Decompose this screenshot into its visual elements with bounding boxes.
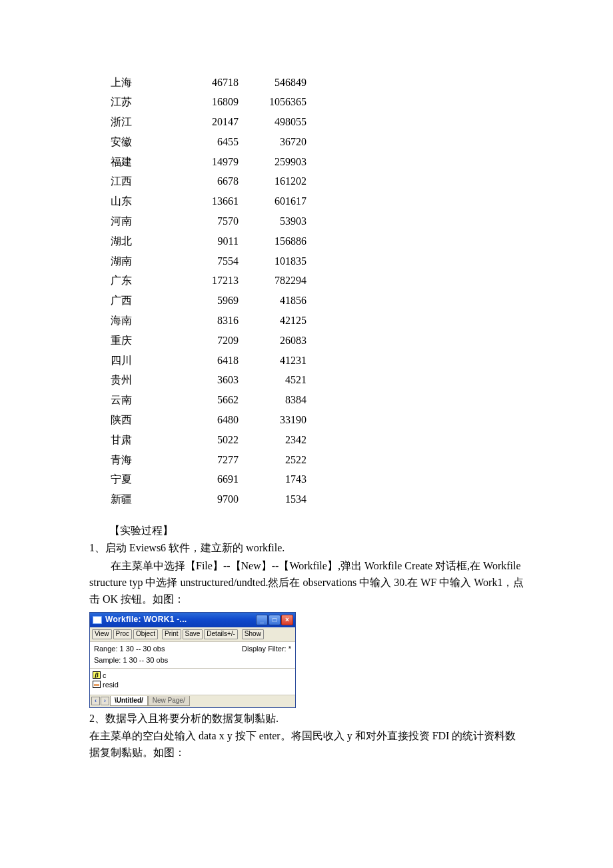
table-row: 贵州36034521 [111, 371, 306, 390]
value1-cell: 5662 [185, 391, 239, 410]
value2-cell: 156886 [240, 232, 306, 251]
value1-cell: 14979 [185, 153, 239, 171]
step-1-line-2: 在主菜单中选择【File】--【New】--【Workfile】,弹出 Work… [89, 558, 526, 607]
table-row: 甘肃50222342 [111, 431, 306, 449]
value2-cell: 1056365 [240, 93, 306, 112]
region-cell: 江苏 [111, 93, 184, 112]
maximize-button[interactable]: □ [269, 615, 281, 625]
value2-cell: 41856 [240, 292, 306, 311]
series-icon [93, 681, 101, 688]
region-cell: 贵州 [111, 371, 184, 390]
value2-cell: 53903 [240, 213, 306, 231]
toolbar-view[interactable]: View [92, 629, 112, 639]
table-row: 上海46718546849 [111, 73, 306, 92]
region-cell: 甘肃 [111, 431, 184, 449]
display-filter: Display Filter: * [242, 643, 291, 666]
value2-cell: 782294 [240, 272, 306, 291]
value2-cell: 42125 [240, 312, 306, 331]
tab-new-page[interactable]: New Page / [148, 696, 190, 706]
region-cell: 湖南 [111, 252, 184, 271]
table-row: 河南757053903 [111, 213, 306, 231]
region-cell: 山东 [111, 193, 184, 211]
value2-cell: 1534 [240, 491, 306, 509]
table-row: 四川641841231 [111, 351, 306, 370]
value1-cell: 7209 [185, 331, 239, 350]
region-cell: 宁夏 [111, 471, 184, 489]
workfile-icon [93, 616, 102, 624]
workfile-info: Range: 1 30 -- 30 obs Sample: 1 30 -- 30… [90, 642, 295, 669]
close-button[interactable]: × [281, 615, 293, 625]
table-row: 新疆97001534 [111, 491, 306, 509]
table-row: 宁夏66911743 [111, 471, 306, 489]
region-cell: 新疆 [111, 491, 184, 509]
step-2-line-1: 2、数据导入且将要分析的数据复制黏贴. [89, 711, 526, 727]
table-row: 湖南7554101835 [111, 252, 306, 271]
value1-cell: 9700 [185, 491, 239, 509]
value2-cell: 161202 [240, 173, 306, 191]
table-row: 安徽645536720 [111, 133, 306, 151]
value2-cell: 2342 [240, 431, 306, 449]
value1-cell: 20147 [185, 113, 239, 132]
table-row: 云南56628384 [111, 391, 306, 410]
step-1-line-1: 1、启动 Eviews6 软件，建立新的 workfile. [89, 540, 526, 557]
object-c-label: c [103, 671, 107, 680]
table-row: 青海72772522 [111, 451, 306, 469]
step-2-line-2: 在主菜单的空白处输入 data x y 按下 enter。将国民收入 y 和对外… [89, 728, 526, 761]
value1-cell: 16809 [185, 93, 239, 112]
table-row: 海南831642125 [111, 312, 306, 331]
tab-nav-right[interactable]: › [101, 697, 109, 705]
value1-cell: 6691 [185, 471, 239, 489]
value1-cell: 6418 [185, 351, 239, 370]
experiment-process-heading: 【实验过程】 [109, 523, 526, 539]
tab-untitled[interactable]: \ Untitled / [110, 696, 148, 706]
value2-cell: 36720 [240, 133, 306, 151]
region-cell: 陕西 [111, 411, 184, 430]
toolbar-show[interactable]: Show [242, 629, 264, 639]
value1-cell: 7277 [185, 451, 239, 469]
workfile-window: Workfile: WORK1 -... _ □ × View Proc Obj… [89, 612, 296, 708]
value1-cell: 6480 [185, 411, 239, 430]
toolbar-save[interactable]: Save [183, 629, 203, 639]
value1-cell: 7570 [185, 213, 239, 231]
toolbar-object[interactable]: Object [133, 629, 158, 639]
minimize-button[interactable]: _ [256, 615, 268, 625]
region-cell: 海南 [111, 312, 184, 331]
value1-cell: 7554 [185, 252, 239, 271]
region-cell: 福建 [111, 153, 184, 171]
tab-nav-left[interactable]: ‹ [91, 697, 100, 705]
table-row: 陕西648033190 [111, 411, 306, 430]
value2-cell: 41231 [240, 351, 306, 370]
value2-cell: 26083 [240, 331, 306, 350]
value1-cell: 5969 [185, 292, 239, 311]
region-cell: 河南 [111, 213, 184, 231]
toolbar: View Proc Object Print Save Details+/- S… [90, 627, 295, 642]
value2-cell: 8384 [240, 391, 306, 410]
region-cell: 四川 [111, 351, 184, 370]
table-row: 浙江20147498055 [111, 113, 306, 132]
table-row: 广西596941856 [111, 292, 306, 311]
table-row: 湖北9011156886 [111, 232, 306, 251]
region-cell: 云南 [111, 391, 184, 410]
region-cell: 重庆 [111, 331, 184, 350]
value2-cell: 546849 [240, 73, 306, 92]
value2-cell: 33190 [240, 411, 306, 430]
value2-cell: 498055 [240, 113, 306, 132]
region-cell: 安徽 [111, 133, 184, 151]
object-resid[interactable]: resid [93, 680, 293, 689]
value2-cell: 259903 [240, 153, 306, 171]
value1-cell: 46718 [185, 73, 239, 92]
table-row: 山东13661601617 [111, 193, 306, 211]
toolbar-details[interactable]: Details+/- [204, 629, 238, 639]
table-row: 江西6678161202 [111, 173, 306, 191]
table-row: 江苏168091056365 [111, 93, 306, 112]
value2-cell: 4521 [240, 371, 306, 390]
value1-cell: 8316 [185, 312, 239, 331]
value1-cell: 17213 [185, 272, 239, 291]
region-cell: 青海 [111, 451, 184, 469]
object-resid-label: resid [103, 680, 119, 689]
toolbar-print[interactable]: Print [162, 629, 181, 639]
region-cell: 江西 [111, 173, 184, 191]
toolbar-proc[interactable]: Proc [113, 629, 133, 639]
region-cell: 上海 [111, 73, 184, 92]
object-c[interactable]: β c [93, 671, 293, 680]
